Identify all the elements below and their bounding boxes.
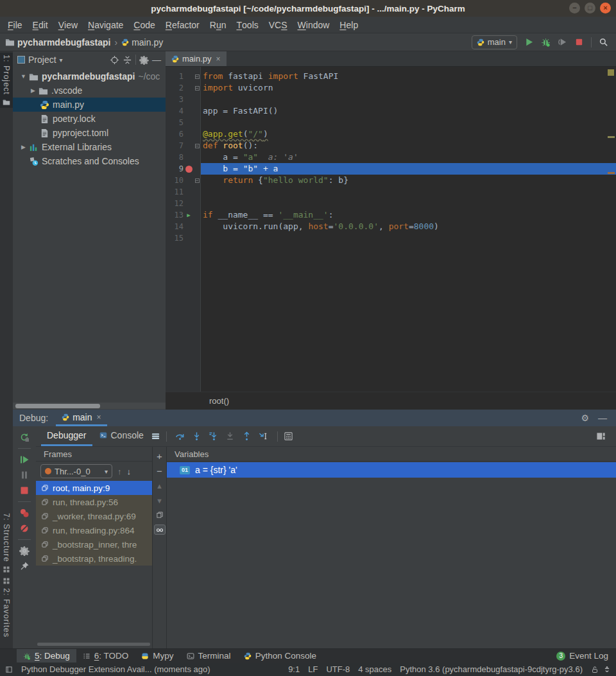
stop-debug-button[interactable] (19, 485, 30, 496)
fold-marker[interactable] (194, 86, 200, 91)
frame-row[interactable]: run, threading.py:864 (36, 523, 152, 537)
code-line-1[interactable]: 1from fastapi import FastAPI (166, 71, 616, 82)
chevron-right-icon[interactable]: ▶ (28, 87, 38, 94)
pause-button[interactable] (19, 470, 30, 480)
move-watch-down-button[interactable]: ▼ (156, 496, 163, 505)
status-widget[interactable]: UTF-8 (326, 664, 350, 674)
move-watch-up-button[interactable]: ▲ (156, 481, 163, 490)
code-line-4[interactable]: 4app = FastAPI() (166, 105, 616, 117)
close-button[interactable]: × (600, 3, 611, 13)
run-configuration-select[interactable]: main ▾ (472, 35, 517, 49)
code-line-15[interactable]: 15 (166, 232, 616, 244)
close-icon[interactable]: × (216, 55, 221, 64)
code-line-11[interactable]: 11 (166, 186, 616, 198)
rerun-debug-button[interactable] (19, 432, 30, 442)
menu-code[interactable]: Code (128, 17, 160, 33)
mute-breakpoints-button[interactable] (19, 523, 30, 533)
fold-marker[interactable] (194, 74, 200, 79)
toolwindow-tab-mypy[interactable]: Mypy (135, 649, 180, 663)
toolwindow-tab-6-todo[interactable]: 6: TODO (76, 649, 135, 663)
close-icon[interactable]: × (97, 413, 101, 422)
menu-edit[interactable]: Edit (28, 17, 53, 33)
copy-stack-icon[interactable] (156, 511, 164, 519)
collapse-all-icon[interactable] (123, 55, 132, 65)
hide-debug-button[interactable]: — (598, 413, 607, 423)
code-line-14[interactable]: 14 uvicorn.run(app, host='0.0.0.0', port… (166, 221, 616, 232)
stripe-structure-button[interactable]: 7: Structure (0, 511, 13, 575)
code-line-12[interactable]: 12 (166, 198, 616, 209)
tree-item-scratches-and-consoles[interactable]: Scratches and Consoles (13, 154, 166, 168)
chevron-right-icon[interactable]: ▶ (18, 144, 29, 150)
show-watches-glasses-icon[interactable] (154, 524, 166, 535)
code-line-13[interactable]: 13▶if __name__ == '__main__': (166, 209, 616, 221)
code-line-2[interactable]: 2import uvicorn (166, 82, 616, 94)
toolwindow-tab-terminal[interactable]: Terminal (180, 649, 237, 663)
menu-navigate[interactable]: Navigate (83, 17, 128, 33)
status-widget[interactable]: 4 spaces (358, 664, 391, 674)
navigation-stripe-mark[interactable] (608, 172, 615, 174)
previous-frame-button[interactable]: ↑ (117, 467, 122, 476)
layout-options-icon[interactable] (151, 431, 160, 441)
menu-view[interactable]: View (53, 17, 83, 33)
add-watch-button[interactable]: + (157, 452, 162, 461)
minimize-button[interactable]: − (569, 3, 580, 13)
menu-vcs[interactable]: VCS (264, 17, 293, 33)
tree-item-pyproject-toml[interactable]: pyproject.toml (13, 126, 166, 140)
debug-settings-gear-icon[interactable] (19, 546, 30, 556)
step-into-button[interactable] (189, 431, 205, 441)
tree-item-main-py[interactable]: main.py (13, 98, 166, 112)
code-line-9[interactable]: 9 b = "b" + a (166, 163, 616, 175)
frame-row[interactable]: _worker, thread.py:69 (36, 509, 152, 523)
gear-icon[interactable]: ⚙ (581, 413, 589, 423)
next-frame-button[interactable]: ↓ (127, 467, 132, 476)
stripe-project-button[interactable]: 1: Project (0, 53, 13, 108)
menu-help[interactable]: Help (334, 17, 363, 33)
resume-button[interactable] (19, 455, 30, 465)
gear-icon[interactable] (139, 55, 149, 65)
search-everywhere-button[interactable] (599, 37, 608, 47)
step-out-of-block-button[interactable] (223, 431, 238, 441)
project-hscrollbar-thumb[interactable] (15, 404, 100, 408)
tree-item-poetry-lock[interactable]: poetry.lock (13, 112, 166, 126)
run-button[interactable] (524, 37, 534, 47)
event-log-button[interactable]: 3Event Log (556, 651, 616, 661)
tab-debugger[interactable]: Debugger (41, 426, 92, 446)
stripe-favorites-button[interactable]: 2: Favorites (0, 575, 13, 639)
view-breakpoints-button[interactable] (19, 508, 30, 518)
breakpoint-icon[interactable] (184, 166, 194, 173)
code-line-10[interactable]: 10 return {"hello world": b} (166, 175, 616, 186)
run-to-cursor-button[interactable] (256, 431, 271, 441)
run-gutter-icon[interactable]: ▶ (184, 209, 194, 221)
project-panel-title[interactable]: Project (28, 55, 56, 65)
hector-inspections-icon[interactable] (603, 666, 611, 673)
frames-hscrollbar-thumb[interactable] (37, 643, 150, 646)
chevron-down-icon[interactable]: ▾ (60, 56, 63, 64)
debug-button[interactable] (541, 37, 551, 47)
breadcrumb-project[interactable]: pycharmdebugfastapi (17, 37, 110, 48)
debug-session-tab[interactable]: main × (56, 410, 107, 426)
menu-refactor[interactable]: Refactor (160, 17, 205, 33)
menu-tools[interactable]: Tools (232, 17, 264, 33)
code-line-6[interactable]: 6@app.get("/") (166, 128, 616, 140)
toolwindow-tab-5-debug[interactable]: 5: Debug (17, 649, 76, 663)
frame-row[interactable]: root, main.py:9 (36, 481, 152, 495)
fold-marker[interactable] (194, 178, 200, 183)
variable-row[interactable]: 01a = {str} 'a' (167, 462, 616, 478)
code-line-8[interactable]: 8 a = "a" a: 'a' (166, 152, 616, 163)
status-widget[interactable]: Python 3.6 (pycharmdebugfastapi-9cdjtyrg… (400, 664, 583, 674)
evaluate-expression-button[interactable] (284, 431, 293, 441)
code-line-7[interactable]: 7def root(): (166, 140, 616, 152)
tree-item-pycharmdebugfastapi[interactable]: ▼pycharmdebugfastapi~/coc (13, 69, 166, 83)
breadcrumb-file[interactable]: main.py (132, 37, 163, 48)
locate-file-icon[interactable] (110, 55, 119, 65)
editor-tab-mainpy[interactable]: main.py × (166, 51, 227, 66)
fold-marker[interactable] (194, 144, 200, 148)
tab-console[interactable]: Console (94, 426, 150, 446)
maximize-button[interactable]: □ (585, 3, 595, 13)
force-step-into-button[interactable] (206, 431, 221, 441)
frame-row[interactable]: _bootstrap_inner, thre (36, 537, 152, 551)
code-line-5[interactable]: 5 (166, 117, 616, 128)
toolwindow-tab-python-console[interactable]: Python Console (237, 649, 323, 663)
lock-icon[interactable] (591, 666, 599, 673)
menu-file[interactable]: File (3, 17, 28, 33)
